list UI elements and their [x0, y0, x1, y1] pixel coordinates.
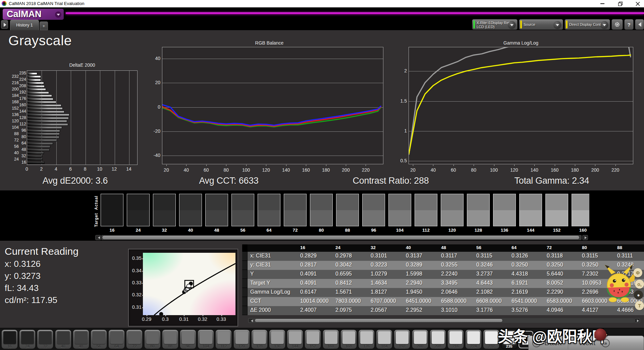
pattern-chip [414, 331, 427, 344]
restore-button[interactable] [614, 0, 626, 7]
deltae-bar-40 [27, 152, 44, 154]
cell-ΔE 2000-48: 3.1010 [441, 307, 458, 313]
pattern-level-button-16[interactable]: 16 [1, 330, 18, 349]
pattern-level-button-56[interactable]: 56 [91, 330, 107, 349]
pattern-level-label: 16 [2, 344, 17, 348]
close-button[interactable] [632, 0, 643, 7]
table-scroll-right-button[interactable] [635, 318, 640, 323]
grayscale-swatch-72 [284, 194, 307, 226]
swatch-actual-half [284, 194, 306, 210]
watermark-text: 头条 @欧阳秋叶 [498, 325, 607, 346]
row-label: Gamma Log/Log [250, 289, 290, 295]
pattern-level-button-64[interactable]: 64 [108, 330, 125, 349]
swatch-actual-half [127, 194, 149, 210]
swatch-target-half [363, 210, 385, 226]
pattern-level-button-136[interactable]: 136 [269, 330, 285, 349]
pattern-level-label: 232 [483, 344, 499, 348]
calman-logo-menu[interactable]: CalMAN [3, 9, 64, 20]
rgb-plot-x-tick-label: 160 [299, 167, 313, 173]
pattern-level-button-192[interactable]: 192 [394, 330, 410, 349]
collapse-panel-button[interactable] [635, 19, 644, 30]
help-button[interactable]: ? [624, 19, 634, 30]
gamma-plot-x-tick-label: 180 [568, 167, 582, 173]
swatch-level-label: 72 [284, 228, 307, 233]
swatch-actual-half [206, 194, 228, 210]
tick-mark [595, 165, 595, 166]
pattern-level-button-184[interactable]: 184 [376, 330, 392, 349]
swatch-scrollbar-thumb[interactable] [102, 235, 580, 240]
row-gutter [242, 306, 248, 315]
swatch-target-half [153, 210, 175, 226]
pattern-level-button-40[interactable]: 40 [55, 330, 71, 349]
pattern-level-button-96[interactable]: 96 [180, 330, 196, 349]
pattern-level-button-128[interactable]: 128 [251, 330, 268, 349]
pattern-chip [57, 331, 70, 344]
pattern-level-button-216[interactable]: 216 [447, 330, 464, 349]
pattern-level-button-144[interactable]: 144 [287, 330, 303, 349]
cell-Gamma Log/Log-64: 2.1619 [512, 289, 528, 295]
swatch-level-label: 64 [258, 228, 280, 233]
add-tab-button[interactable]: + [40, 21, 48, 30]
tick-mark [142, 295, 144, 296]
tick-mark [346, 165, 346, 166]
deltae-x-axis: 02468101214 [13, 166, 144, 173]
cell-CCT-56: 6608.0000 [476, 298, 502, 304]
pattern-level-button-232[interactable]: 232 [483, 330, 499, 349]
tick-mark [555, 165, 555, 166]
pattern-level-button-112[interactable]: 112 [215, 330, 232, 349]
swatch-target-half [389, 210, 411, 226]
cell-Y-24: 0.6595 [335, 271, 352, 277]
pattern-level-button-208[interactable]: 208 [430, 330, 446, 349]
grayscale-swatch-160 [572, 194, 589, 226]
pattern-level-button-80[interactable]: 80 [144, 330, 161, 349]
pattern-level-button-48[interactable]: 48 [73, 330, 89, 349]
table-scroll-left-button[interactable] [248, 318, 254, 323]
deltae-plot-area [27, 70, 138, 165]
meter-dropdown[interactable]: X-Rite i1Display Retail LCD (LED) [472, 19, 518, 30]
current-reading-title: Current Reading [5, 246, 78, 257]
gamma-plot-x-tick-label: 20 [406, 167, 420, 173]
pattern-level-label: 48 [73, 344, 89, 348]
row-label: Target Y [250, 280, 270, 286]
gamma-plot-x-tick-label: 220 [608, 167, 623, 173]
swatch-actual-half [415, 194, 437, 210]
pattern-level-button-200[interactable]: 200 [412, 330, 428, 349]
pattern-level-button-224[interactable]: 224 [465, 330, 482, 349]
swatch-actual-half [310, 194, 332, 210]
cell-ΔE 2000-64: 3.5276 [512, 307, 528, 313]
source-dropdown[interactable]: Source [519, 19, 563, 30]
gamma-plot-y-tick-label: 1.5 [395, 98, 407, 104]
pattern-level-button-104[interactable]: 104 [198, 330, 214, 349]
pattern-level-button-24[interactable]: 24 [19, 330, 36, 349]
tab-history-1[interactable]: History 1 [10, 20, 39, 30]
deltae-bar-184 [27, 95, 52, 97]
pattern-chip [164, 331, 177, 344]
pattern-level-button-160[interactable]: 160 [323, 330, 339, 349]
pattern-chip [146, 331, 159, 344]
pattern-level-button-120[interactable]: 120 [233, 330, 250, 349]
pattern-level-label: 96 [180, 344, 196, 348]
pattern-level-button-152[interactable]: 152 [305, 330, 321, 349]
cell-ΔE 2000-80: 4.4127 [582, 307, 598, 313]
deltae-bar-96 [27, 130, 60, 132]
pattern-level-button-72[interactable]: 72 [126, 330, 143, 349]
settings-button[interactable] [611, 19, 623, 30]
minimize-button[interactable] [597, 0, 608, 7]
cie-y-tick-label: 0.32 [129, 292, 142, 297]
cell-Gamma Log/Log-40: 1.9450 [406, 289, 422, 295]
row-label: y: CIE31 [250, 262, 271, 268]
pattern-level-button-176[interactable]: 176 [358, 330, 375, 349]
table-scrollbar-thumb[interactable] [255, 318, 503, 323]
swatch-target-half [415, 210, 437, 226]
tab-scroll-button[interactable] [1, 20, 8, 29]
cell-y: CIE31-80: 0.3250 [582, 262, 598, 268]
pattern-level-button-168[interactable]: 168 [340, 330, 357, 349]
swatch-scroll-left-button[interactable] [95, 235, 101, 240]
display-control-dropdown[interactable]: Direct Display Control [565, 19, 610, 30]
pattern-level-button-32[interactable]: 32 [37, 330, 53, 349]
pattern-level-button-88[interactable]: 88 [162, 330, 178, 349]
tick-mark [206, 165, 207, 166]
swatch-scroll-right-button[interactable] [582, 235, 588, 240]
pattern-chip [378, 331, 391, 344]
tick-mark [246, 165, 247, 166]
